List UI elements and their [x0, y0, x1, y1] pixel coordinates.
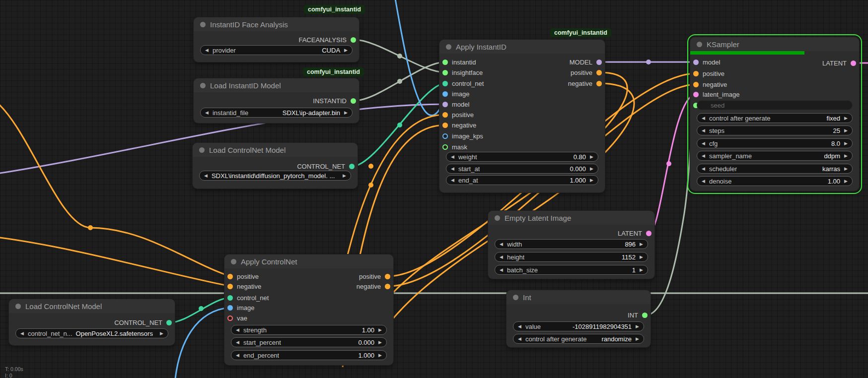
collapse-dot-icon[interactable] — [513, 295, 518, 300]
output-dot-positive[interactable] — [596, 70, 602, 75]
widget-increment-icon[interactable]: ▶ — [844, 141, 848, 146]
node-empty-latent-image[interactable]: Empty Latent ImageLATENT◀width896▶◀heigh… — [488, 211, 654, 279]
widget-end_percent[interactable]: ◀end_percent1.000▶ — [231, 350, 387, 360]
input-dot-control_net[interactable] — [442, 81, 448, 86]
widget-decrement-icon[interactable]: ◀ — [205, 48, 209, 53]
widget-decrement-icon[interactable]: ◀ — [236, 353, 239, 358]
widget-instantid_file[interactable]: ◀instantid_fileSDXL\ip-adapter.bin▶ — [200, 108, 353, 118]
output-slot-CONTROL_NET[interactable]: CONTROL_NET — [297, 162, 358, 170]
widget-weight[interactable]: ◀weight0.80▶ — [446, 152, 598, 162]
widget-cfg[interactable]: ◀cfg8.0▶ — [697, 138, 853, 148]
widget-increment-icon[interactable]: ▶ — [590, 155, 593, 159]
input-dot-image[interactable] — [442, 91, 448, 97]
widget-denoise[interactable]: ◀denoise1.00▶ — [697, 176, 853, 186]
input-slot-positive[interactable]: positive — [439, 111, 474, 119]
output-dot-INT[interactable] — [642, 313, 648, 318]
output-dot-MODEL[interactable] — [596, 60, 602, 65]
widget-provider[interactable]: ◀providerCUDA▶ — [200, 45, 353, 55]
widget-increment-icon[interactable]: ▶ — [844, 128, 848, 133]
input-slot-model[interactable]: model — [690, 58, 720, 66]
widget-width[interactable]: ◀width896▶ — [495, 239, 648, 249]
widget-sampler_name[interactable]: ◀sampler_nameddpm▶ — [697, 151, 853, 161]
input-dot-mask[interactable] — [442, 144, 448, 150]
input-slot-positive[interactable]: positive — [690, 69, 724, 77]
widget-increment-icon[interactable]: ▶ — [640, 268, 643, 272]
widget-start_percent[interactable]: ◀start_percent0.000▶ — [231, 337, 387, 347]
node-title[interactable]: InstantID Face Analysis — [194, 17, 359, 31]
node-load-controlnet-model-bottom[interactable]: Load ControlNet ModelCONTROL_NET◀control… — [9, 299, 175, 345]
widget-increment-icon[interactable]: ▶ — [844, 167, 848, 171]
widget-decrement-icon[interactable]: ◀ — [236, 340, 239, 345]
input-slot-positive[interactable]: positive — [224, 272, 259, 280]
output-slot-INT[interactable]: INT — [628, 311, 651, 319]
input-slot-latent_image[interactable]: latent_image — [690, 90, 739, 98]
output-dot-LATENT[interactable] — [646, 231, 651, 236]
output-dot-negative[interactable] — [596, 81, 602, 86]
output-slot-LATENT[interactable]: LATENT — [822, 59, 859, 67]
input-dot-insightface[interactable] — [442, 70, 448, 75]
input-dot-positive[interactable] — [693, 71, 699, 76]
node-title[interactable]: Empty Latent Image — [488, 211, 654, 225]
node-title[interactable]: Load ControlNet Model — [9, 299, 175, 313]
output-dot-LATENT[interactable] — [851, 61, 856, 66]
output-dot-CONTROL_NET[interactable] — [166, 320, 172, 325]
widget-decrement-icon[interactable]: ◀ — [500, 242, 503, 247]
input-slot-vae[interactable]: vae — [224, 314, 247, 322]
collapse-dot-icon[interactable] — [697, 42, 702, 47]
widget-control_net_n...[interactable]: ◀control_net_n...OpenPoseXL2.safetensors… — [15, 328, 168, 338]
collapse-dot-icon[interactable] — [495, 215, 500, 221]
widget-increment-icon[interactable]: ▶ — [590, 178, 593, 183]
widget-decrement-icon[interactable]: ◀ — [702, 116, 705, 121]
output-slot-MODEL[interactable]: MODEL — [570, 58, 605, 66]
node-title[interactable]: Int — [506, 290, 651, 304]
widget-start_at[interactable]: ◀start_at0.000▶ — [446, 164, 598, 174]
node-ksampler[interactable]: KSamplermodelpositivenegativelatent_imag… — [690, 37, 859, 191]
node-apply-controlnet[interactable]: Apply ControlNetpositivenegativecontrol_… — [224, 254, 393, 365]
widget-increment-icon[interactable]: ▶ — [378, 353, 382, 358]
collapse-dot-icon[interactable] — [200, 83, 206, 88]
output-dot-INSTANTID[interactable] — [351, 98, 356, 104]
node-title[interactable]: Load InstantID Model — [194, 78, 359, 92]
input-slot-image_kps[interactable]: image_kps — [439, 132, 483, 140]
input-dot-negative[interactable] — [693, 82, 699, 87]
input-slot-model[interactable]: model — [439, 100, 469, 108]
widget-decrement-icon[interactable]: ◀ — [451, 178, 454, 183]
input-slot-mask[interactable]: mask — [439, 143, 467, 151]
input-slot-instantid[interactable]: instantid — [439, 58, 476, 66]
widget-decrement-icon[interactable]: ◀ — [500, 255, 503, 259]
widget-control after generate[interactable]: ◀control after generaterandomize▶ — [513, 334, 644, 344]
collapse-dot-icon[interactable] — [231, 259, 236, 264]
widget-increment-icon[interactable]: ▶ — [844, 154, 848, 158]
widget-decrement-icon[interactable]: ◀ — [451, 155, 454, 159]
widget-value[interactable]: ◀value-1028911982904351▶ — [513, 321, 644, 331]
widget-strength[interactable]: ◀strength1.00▶ — [231, 325, 387, 335]
node-apply-instantid[interactable]: Apply InstantIDinstantidinsightfacecontr… — [439, 40, 605, 192]
input-dot-positive[interactable] — [227, 274, 233, 279]
input-slot-negative[interactable]: negative — [690, 80, 727, 88]
widget-increment-icon[interactable]: ▶ — [590, 167, 593, 171]
input-slot-image[interactable]: image — [439, 90, 469, 98]
output-slot-FACEANALYSIS[interactable]: FACEANALYSIS — [298, 36, 359, 44]
node-graph-canvas[interactable]: T: 0.00s I: 0 InstantID Face AnalysisFAC… — [0, 0, 868, 378]
widget-increment-icon[interactable]: ▶ — [640, 255, 643, 259]
output-slot-LATENT[interactable]: LATENT — [618, 229, 654, 237]
output-dot-FACEANALYSIS[interactable] — [351, 37, 356, 43]
node-int[interactable]: IntINT◀value-1028911982904351▶◀control a… — [506, 290, 651, 347]
output-slot-positive[interactable]: positive — [359, 272, 393, 280]
widget-decrement-icon[interactable]: ◀ — [204, 174, 208, 178]
node-instantid-face-analysis[interactable]: InstantID Face AnalysisFACEANALYSIS◀prov… — [194, 17, 359, 62]
input-dot-latent_image[interactable] — [693, 92, 699, 97]
input-dot-model[interactable] — [693, 60, 699, 65]
input-slot-negative[interactable]: negative — [224, 282, 261, 290]
widget-decrement-icon[interactable]: ◀ — [702, 179, 705, 184]
output-slot-positive[interactable]: positive — [571, 68, 605, 76]
widget-height[interactable]: ◀height1152▶ — [495, 252, 648, 262]
widget-decrement-icon[interactable]: ◀ — [702, 128, 705, 133]
output-slot-CONTROL_NET[interactable]: CONTROL_NET — [114, 318, 175, 326]
widget-increment-icon[interactable]: ▶ — [636, 324, 639, 329]
collapse-dot-icon[interactable] — [15, 304, 21, 309]
widget-decrement-icon[interactable]: ◀ — [518, 324, 521, 329]
widget-decrement-icon[interactable]: ◀ — [702, 167, 705, 171]
node-title[interactable]: KSampler — [690, 37, 859, 51]
input-dot-instantid[interactable] — [442, 60, 448, 65]
